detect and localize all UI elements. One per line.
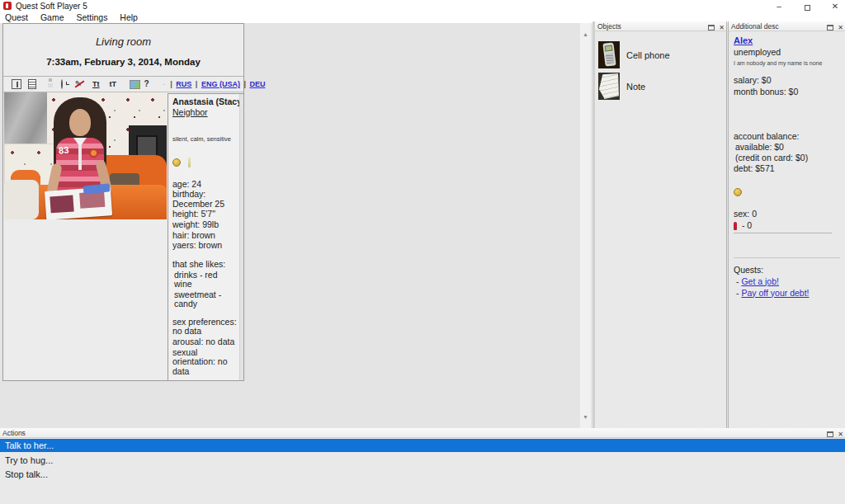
scroll-down-icon[interactable]: ▼	[580, 412, 591, 422]
quest-item: - Get a job!	[734, 277, 840, 287]
save-button[interactable]	[40, 78, 51, 90]
location-name: Living room	[3, 35, 243, 48]
additional-desc-panel: Additional desc ✕ Alex unemployed I am n…	[728, 21, 845, 428]
font-increase-button[interactable]: Tt	[90, 78, 101, 90]
player-month-bonus: month bonus: $0	[734, 87, 840, 97]
player-name-link[interactable]: Alex	[734, 36, 840, 46]
clock-icon	[61, 79, 63, 89]
time-button[interactable]	[56, 78, 68, 90]
float-panel-icon[interactable]	[708, 25, 715, 31]
cellphone-screen	[605, 45, 613, 52]
likes-drinks: drinks - red wine	[172, 271, 237, 290]
menu-help[interactable]: Help	[115, 12, 143, 23]
menu-settings[interactable]: Settings	[71, 12, 112, 23]
coin-row	[734, 187, 840, 197]
quest-pay-debt-link[interactable]: Pay off your debt!	[741, 288, 809, 298]
float-panel-icon[interactable]	[827, 431, 833, 437]
character-panel-scrollbar[interactable]	[239, 94, 243, 380]
stat-weight: weight: 99lb	[172, 220, 237, 230]
log-button[interactable]	[22, 78, 34, 90]
action-talk-to-her[interactable]: Talk to her...	[0, 439, 845, 452]
theme-button[interactable]	[124, 78, 135, 90]
stat-eyes: yaers: brown	[172, 241, 237, 251]
lang-separator: |	[170, 80, 172, 88]
quest-dash: -	[736, 276, 739, 286]
player-occupation: unemployed	[734, 48, 840, 58]
player-arousal-row: - 0	[734, 221, 840, 231]
lang-rus-link[interactable]: RUS	[176, 80, 191, 88]
action-try-to-hug[interactable]: Try to hug...	[0, 454, 845, 467]
quest-dash: -	[736, 288, 739, 298]
close-panel-icon[interactable]: ✕	[838, 431, 843, 438]
title-bar: Quest Soft Player 5 – ✕	[0, 0, 845, 12]
photo-magazine-page	[50, 195, 73, 213]
lang-eng-link[interactable]: ENG (USA)	[201, 80, 240, 88]
restore-button[interactable]	[794, 0, 820, 12]
stat-age: age: 24	[172, 180, 237, 190]
location-header: Living room 7:33am, February 3, 2014, Mo…	[3, 24, 243, 77]
photo-magazine-page	[79, 191, 105, 209]
minimize-button[interactable]: –	[766, 0, 792, 12]
arousal-value: - 0	[742, 220, 752, 230]
cellphone-keypad	[606, 53, 614, 64]
objects-panel: Objects ✕ Cell phone Note	[595, 21, 727, 428]
additional-panel-title: Additional desc	[731, 22, 779, 31]
stat-hair: hair: brown	[172, 231, 237, 241]
quest-get-a-job-link[interactable]: Get a job!	[741, 276, 779, 286]
account-debt: debt: $571	[734, 164, 840, 174]
object-item-cellphone[interactable]: Cell phone	[598, 41, 722, 74]
stat-birthday: birthday: December 25	[172, 190, 237, 209]
help-button[interactable]: ?	[141, 78, 153, 90]
object-label[interactable]: Cell phone	[626, 50, 670, 60]
scroll-up-icon[interactable]: ▲	[580, 29, 591, 40]
actions-panel-title: Actions	[2, 429, 26, 437]
character-stats: age: 24 birthday: December 25 height: 5'…	[172, 180, 237, 251]
font-decrease-button[interactable]: tT	[107, 78, 119, 90]
object-label[interactable]: Note	[626, 82, 645, 92]
toolbar: Tt tT ? · | RUS | ENG (USA) | DEU	[3, 77, 243, 92]
character-preferences: sex preferences: no data arousal: no dat…	[172, 318, 237, 376]
actions-list: Talk to her... Try to hug... Stop talk..…	[0, 438, 845, 504]
main-text-scrollbar[interactable]: ▲ ▼	[580, 23, 591, 428]
additional-panel-header: Additional desc ✕	[729, 21, 845, 31]
close-panel-icon[interactable]: ✕	[838, 24, 843, 31]
photo-shirt-placket	[78, 145, 82, 170]
character-name: Anastasia (Stacy)	[172, 97, 237, 107]
object-item-note[interactable]: Note	[598, 73, 722, 106]
section-divider	[734, 257, 840, 258]
character-info-panel: Anastasia (Stacy) Neighbor silent, calm,…	[168, 93, 244, 381]
objects-panel-title: Objects	[597, 22, 621, 31]
account-credit: (credit on card: $0)	[734, 153, 840, 163]
photo-pillow	[4, 180, 39, 219]
lang-deu-link[interactable]: DEU	[249, 80, 265, 88]
language-icon: ·	[163, 78, 165, 91]
actions-panel-header: Actions ✕	[0, 428, 845, 438]
action-stop-talk[interactable]: Stop talk...	[0, 468, 845, 481]
objects-panel-header: Objects ✕	[595, 21, 726, 31]
coin-icon	[734, 188, 742, 196]
character-traits: silent, calm, sensitive	[172, 134, 237, 144]
menu-game[interactable]: Game	[35, 12, 69, 23]
player-quote: I am nobody and my name is none	[734, 59, 840, 68]
disable-edit-button[interactable]	[73, 78, 85, 90]
drink-icon	[188, 158, 191, 167]
game-panel: Living room 7:33am, February 3, 2014, Mo…	[2, 23, 244, 381]
window-title: Quest Soft Player 5	[16, 2, 87, 11]
character-photo: 83	[4, 92, 167, 219]
menu-quest[interactable]: Quest	[0, 12, 33, 23]
note-image	[598, 73, 620, 100]
close-panel-icon[interactable]: ✕	[719, 24, 725, 31]
panel-toggle-button[interactable]	[6, 78, 17, 90]
account-available: available: $0	[734, 143, 840, 153]
game-datetime: 7:33am, February 3, 2014, Monday	[3, 57, 243, 67]
float-panel-icon[interactable]	[827, 25, 833, 31]
note-paper	[599, 73, 619, 99]
theme-icon	[130, 80, 140, 89]
close-button[interactable]: ✕	[822, 0, 845, 12]
character-role-link[interactable]: Neighbor	[172, 108, 237, 118]
photo-shirt-number: 83	[59, 145, 69, 156]
cellphone-image	[598, 41, 620, 68]
pref-arousal: arousal: no data	[172, 337, 237, 347]
list-icon	[28, 79, 36, 89]
photo-woman-face	[69, 109, 91, 136]
